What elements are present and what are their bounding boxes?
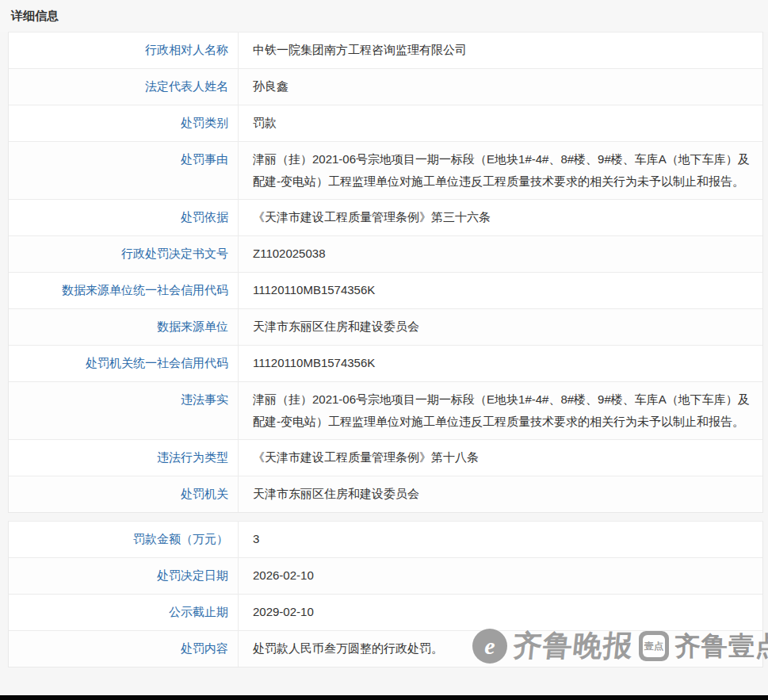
field-label: 处罚内容 [9,631,239,667]
field-label: 罚款金额（万元） [9,522,239,557]
table-row: 处罚类别 罚款 [9,105,762,142]
penalty-detail-table: 行政相对人名称 中铁一院集团南方工程咨询监理有限公司 法定代表人姓名 孙良鑫 处… [8,32,763,513]
page-title: 详细信息 [11,9,59,24]
field-label: 行政处罚决定书文号 [9,236,239,272]
field-value: 《天津市建设工程质量管理条例》第十八条 [239,440,762,476]
page-header: 详细信息 [0,0,768,32]
field-value: 中铁一院集团南方工程咨询监理有限公司 [239,33,762,68]
field-value: Z1102025038 [239,236,762,272]
penalty-result-table: 罚款金额（万元） 3 处罚决定日期 2026-02-10 公示截止期 2029-… [8,521,763,667]
field-label: 违法事实 [9,382,239,439]
table-row: 处罚依据 《天津市建设工程质量管理条例》第三十六条 [9,200,762,236]
table-row: 违法事实 津丽（挂）2021-06号宗地项目一期一标段（E地块1#-4#、8#楼… [9,382,762,440]
field-label: 数据来源单位统一社会信用代码 [9,273,239,308]
table-row: 处罚机关 天津市东丽区住房和建设委员会 [9,476,762,512]
field-value: 11120110MB1574356K [239,273,762,308]
table-row: 公示截止期 2029-02-10 [9,595,762,631]
field-value: 津丽（挂）2021-06号宗地项目一期一标段（E地块1#-4#、8#楼、9#楼、… [239,382,762,439]
field-label: 公示截止期 [9,595,239,630]
table-row: 数据来源单位统一社会信用代码 11120110MB1574356K [9,273,762,309]
field-label: 处罚依据 [9,200,239,235]
field-value: 天津市东丽区住房和建设委员会 [239,309,762,345]
field-value: 2029-02-10 [239,595,762,630]
field-value: 津丽（挂）2021-06号宗地项目一期一标段（E地块1#-4#、8#楼、9#楼、… [239,142,762,199]
field-value: 处罚款人民币叁万圆整的行政处罚。 [239,631,762,667]
field-value: 《天津市建设工程质量管理条例》第三十六条 [239,200,762,235]
table-row: 罚款金额（万元） 3 [9,522,762,558]
field-value: 11120110MB1574356K [239,346,762,381]
field-label: 处罚机关 [9,476,239,512]
table-row: 处罚机关统一社会信用代码 11120110MB1574356K [9,346,762,382]
table-row: 行政相对人名称 中铁一院集团南方工程咨询监理有限公司 [9,33,762,69]
field-value: 罚款 [239,105,762,141]
field-value: 孙良鑫 [239,69,762,105]
bottom-edge-bar [0,695,768,700]
table-row: 处罚内容 处罚款人民币叁万圆整的行政处罚。 [9,631,762,667]
table-row: 数据来源单位 天津市东丽区住房和建设委员会 [9,309,762,346]
field-label: 数据来源单位 [9,309,239,345]
field-label: 处罚事由 [9,142,239,199]
field-label: 处罚决定日期 [9,558,239,594]
field-value: 3 [239,522,762,557]
field-label: 处罚类别 [9,105,239,141]
table-row: 行政处罚决定书文号 Z1102025038 [9,236,762,273]
table-row: 法定代表人姓名 孙良鑫 [9,69,762,105]
field-label: 处罚机关统一社会信用代码 [9,346,239,381]
table-row: 违法行为类型 《天津市建设工程质量管理条例》第十八条 [9,440,762,476]
field-label: 违法行为类型 [9,440,239,476]
field-value: 天津市东丽区住房和建设委员会 [239,476,762,512]
field-value: 2026-02-10 [239,558,762,594]
field-label: 法定代表人姓名 [9,69,239,105]
field-label: 行政相对人名称 [9,33,239,68]
table-row: 处罚事由 津丽（挂）2021-06号宗地项目一期一标段（E地块1#-4#、8#楼… [9,142,762,200]
table-row: 处罚决定日期 2026-02-10 [9,558,762,595]
